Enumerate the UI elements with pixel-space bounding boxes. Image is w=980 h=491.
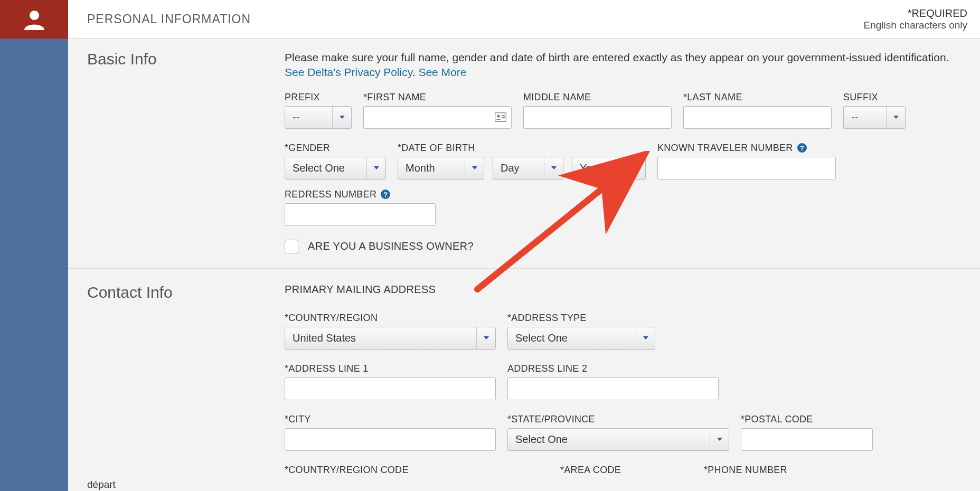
see-more-link[interactable]: See More <box>418 66 466 78</box>
middle-name-input[interactable] <box>523 106 672 129</box>
last-name-input[interactable] <box>683 106 832 129</box>
address-type-label: *ADDRESS TYPE <box>507 313 655 324</box>
ktn-label: KNOWN TRAVELER NUMBER <box>657 143 793 154</box>
city-label: *CITY <box>285 414 496 425</box>
redress-info-icon[interactable]: ? <box>381 190 390 199</box>
address-line-2-input[interactable] <box>507 377 719 400</box>
gender-label: *GENDER <box>285 143 386 154</box>
postal-code-input[interactable] <box>741 428 873 451</box>
state-select[interactable]: Select One <box>507 428 729 451</box>
gender-select[interactable]: Select One <box>285 157 386 180</box>
first-name-input[interactable] <box>363 106 512 129</box>
svg-rect-4 <box>502 117 505 118</box>
sidebar-profile-tab[interactable] <box>0 0 68 39</box>
area-code-label: *AREA CODE <box>560 465 692 476</box>
svg-rect-3 <box>502 115 505 116</box>
person-icon <box>22 9 46 30</box>
address-type-select[interactable]: Select One <box>507 327 655 350</box>
suffix-label: SUFFIX <box>843 92 906 103</box>
mailing-address-heading: PRIMARY MAILING ADDRESS <box>285 284 967 296</box>
city-input[interactable] <box>285 428 496 451</box>
first-name-label: *FIRST NAME <box>363 92 512 103</box>
country-label: *COUNTRY/REGION <box>285 313 496 324</box>
chevron-down-icon <box>710 429 729 450</box>
ktn-input[interactable] <box>657 157 836 180</box>
suffix-select[interactable]: -- <box>843 106 906 129</box>
dob-label: *DATE OF BIRTH <box>398 143 646 154</box>
dob-day-select[interactable]: Day <box>493 157 563 180</box>
chevron-down-icon <box>886 107 905 128</box>
address-line-1-label: *ADDRESS LINE 1 <box>285 363 496 374</box>
dob-month-select[interactable]: Month <box>398 157 484 180</box>
privacy-policy-link[interactable]: See Delta's Privacy Policy <box>285 66 412 78</box>
contact-info-heading: Contact Info <box>87 284 285 301</box>
page-title: PERSONAL INFORMATION <box>87 12 864 26</box>
business-owner-label: ARE YOU A BUSINESS OWNER? <box>308 240 474 252</box>
basic-help-text: Please make sure your full name, gender … <box>285 50 967 80</box>
chevron-down-icon <box>636 327 655 349</box>
last-name-label: *LAST NAME <box>683 92 832 103</box>
business-owner-checkbox[interactable] <box>285 240 298 253</box>
ktn-info-icon[interactable]: ? <box>797 143 807 153</box>
chevron-down-icon <box>544 157 563 179</box>
chevron-down-icon <box>465 157 484 179</box>
phone-number-label: *PHONE NUMBER <box>704 465 862 476</box>
svg-point-2 <box>497 115 500 118</box>
middle-name-label: MIDDLE NAME <box>523 92 672 103</box>
country-select[interactable]: United States <box>285 327 496 350</box>
header-required-note: *REQUIRED English characters only <box>864 7 967 31</box>
contact-card-icon <box>495 112 506 122</box>
svg-point-0 <box>30 11 39 20</box>
address-line-1-input[interactable] <box>285 377 496 400</box>
page-header: PERSONAL INFORMATION *REQUIRED English c… <box>68 0 980 39</box>
postal-code-label: *POSTAL CODE <box>741 414 873 425</box>
prefix-select[interactable]: -- <box>285 106 352 129</box>
contact-info-section: Contact Info PRIMARY MAILING ADDRESS *CO… <box>68 268 980 491</box>
chevron-down-icon <box>476 327 495 349</box>
state-label: *STATE/PROVINCE <box>507 414 729 425</box>
address-line-2-label: ADDRESS LINE 2 <box>507 363 719 374</box>
redress-input[interactable] <box>285 203 436 226</box>
chevron-down-icon <box>332 107 351 128</box>
chevron-down-icon <box>626 157 645 179</box>
sidebar <box>0 0 68 491</box>
business-owner-row: ARE YOU A BUSINESS OWNER? <box>285 240 967 253</box>
prefix-label: PREFIX <box>285 92 352 103</box>
basic-info-section: Basic Info Please make sure your full na… <box>68 50 980 268</box>
dob-year-select[interactable]: Year <box>572 157 646 180</box>
chevron-down-icon <box>366 157 385 179</box>
country-code-label: *COUNTRY/REGION CODE <box>285 465 549 476</box>
redress-label: REDRESS NUMBER <box>285 189 376 200</box>
basic-info-heading: Basic Info <box>87 50 285 68</box>
